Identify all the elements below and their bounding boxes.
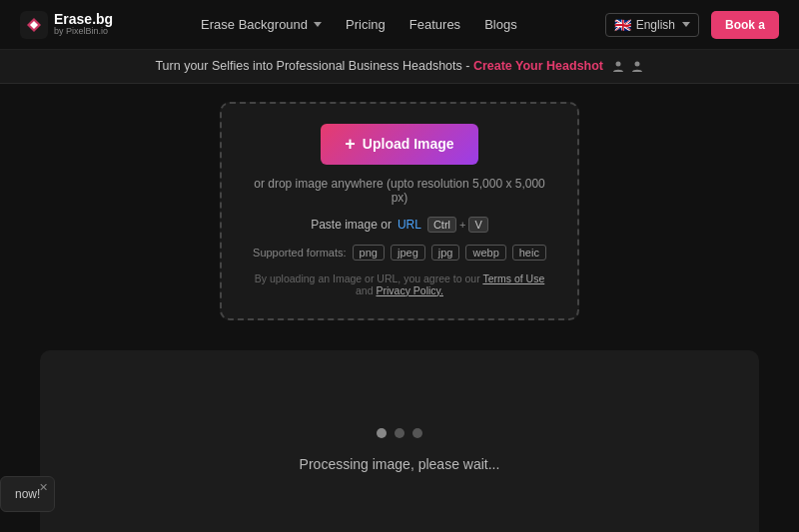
language-selector[interactable]: 🇬🇧 English [605, 13, 699, 37]
nav-features[interactable]: Features [409, 17, 460, 32]
url-label: URL [398, 218, 421, 232]
svg-point-2 [634, 61, 639, 66]
logo-text: Erase.bg by PixelBin.io [54, 12, 113, 37]
terms-text: By uploading an Image or URL, you agree … [252, 272, 547, 296]
privacy-link[interactable]: Privacy Policy. [376, 284, 443, 296]
processing-section: Processing image, please wait... [40, 350, 759, 532]
navbar: Erase.bg by PixelBin.io Erase Background… [0, 0, 799, 50]
loading-dots [377, 428, 422, 438]
formats-row: Supported formats: png jpeg jpg webp hei… [253, 245, 546, 261]
toast: ✕ now! [0, 476, 55, 512]
svg-point-1 [615, 61, 620, 66]
logo-icon [20, 11, 48, 39]
upload-section: + Upload Image or drop image anywhere (u… [0, 84, 799, 340]
nav-blogs[interactable]: Blogs [484, 17, 517, 32]
dot-1 [377, 428, 387, 438]
dot-2 [395, 428, 404, 438]
chevron-down-icon [314, 22, 322, 27]
drop-text: or drop image anywhere (upto resolution … [252, 177, 547, 205]
logo[interactable]: Erase.bg by PixelBin.io [20, 11, 113, 39]
format-heic: heic [512, 245, 546, 261]
flag-icon: 🇬🇧 [614, 17, 631, 33]
format-jpeg: jpeg [391, 245, 425, 261]
nav-right: 🇬🇧 English Book a [605, 11, 779, 39]
nav-center: Erase Background Pricing Features Blogs [201, 17, 517, 32]
keyboard-shortcut: Ctrl + V [427, 217, 488, 233]
banner-icons [611, 60, 644, 74]
person-icon [611, 60, 625, 74]
nav-pricing[interactable]: Pricing [346, 17, 386, 32]
person-icon-2 [630, 60, 644, 74]
promo-banner: Turn your Selfies into Professional Busi… [0, 50, 799, 84]
headshot-link[interactable]: Create Your Headshot [473, 59, 603, 73]
format-webp: webp [465, 245, 505, 261]
format-jpg: jpg [431, 245, 460, 261]
terms-link[interactable]: Terms of Use [482, 272, 544, 284]
chevron-down-icon [682, 22, 690, 27]
nav-erase-background[interactable]: Erase Background [201, 17, 322, 32]
book-button[interactable]: Book a [711, 11, 779, 39]
plus-icon: + [345, 134, 356, 155]
upload-button[interactable]: + Upload Image [321, 124, 477, 165]
format-png: png [353, 245, 385, 261]
paste-row: Paste image or URL Ctrl + V [311, 217, 488, 233]
toast-close[interactable]: ✕ [39, 481, 48, 494]
processing-text: Processing image, please wait... [300, 456, 500, 472]
upload-box: + Upload Image or drop image anywhere (u… [220, 102, 579, 320]
dot-3 [412, 428, 422, 438]
